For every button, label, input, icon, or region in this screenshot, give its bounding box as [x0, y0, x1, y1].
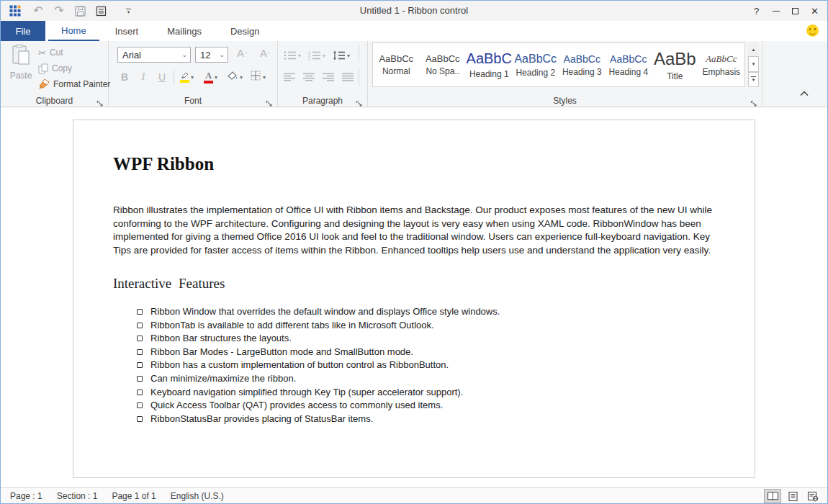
style-heading-2[interactable]: AaBbCc Heading 2 [513, 43, 559, 86]
status-page-of: Page 1 of 1 [112, 491, 156, 501]
group-clipboard: Paste ✂ Cut Copy Format Painter Clipboar… [1, 41, 109, 107]
font-color-button[interactable]: A ▾ [204, 68, 217, 86]
format-painter-label: Format Painter [53, 79, 110, 89]
undo-icon[interactable]: ↶ [31, 4, 45, 18]
justify-button[interactable] [339, 68, 356, 86]
close-button[interactable]: ✕ [805, 1, 824, 21]
gallery-up-icon[interactable]: ▲ [748, 42, 759, 56]
print-preview-icon[interactable] [94, 4, 108, 18]
style-heading-1[interactable]: AaBbC Heading 1 [466, 43, 513, 86]
customize-qat-icon[interactable]: ▾ [126, 9, 131, 14]
web-layout-view-button[interactable] [804, 489, 822, 503]
document-intro-paragraph: Ribbon illustrates the implementation of… [113, 204, 714, 257]
chevron-down-icon: ▾ [240, 74, 243, 81]
chevron-down-icon: ▾ [323, 53, 325, 59]
shading-button[interactable]: ▾ [227, 68, 243, 86]
style-heading-4[interactable]: AaBbCc Heading 4 [606, 43, 652, 86]
styles-dialog-launcher-icon[interactable] [750, 97, 757, 104]
tab-insert[interactable]: Insert [102, 21, 152, 41]
line-spacing-button[interactable]: ▾ [333, 47, 350, 64]
style-heading-3[interactable]: AaBbCc Heading 3 [559, 43, 606, 86]
highlight-color-button[interactable]: ▾ [179, 68, 194, 86]
smiley-feedback-icon[interactable] [806, 24, 819, 37]
bullet-list-icon [284, 50, 297, 60]
font-format-row: B I U ▾ A ▾ [109, 68, 277, 87]
square-bullet-icon [137, 390, 143, 395]
document-section-heading: Interactive Features [113, 276, 225, 292]
help-button[interactable]: ? [747, 1, 766, 21]
paste-label: Paste [6, 71, 35, 81]
maximize-button[interactable] [786, 1, 805, 21]
paste-button[interactable]: Paste [6, 44, 35, 102]
italic-button[interactable]: I [135, 68, 152, 86]
list-item: Ribbon has a custom implementation of bu… [137, 359, 500, 373]
font-size-combobox[interactable]: 12 ⌄ [195, 47, 228, 63]
group-font: Arial ⌄ 12 ⌄ Aˆ Aˇ B I U [109, 41, 278, 107]
styles-group-label: Styles [368, 96, 762, 106]
style-title[interactable]: AaBb Title [652, 43, 698, 86]
collapse-ribbon-icon[interactable] [800, 86, 809, 99]
redo-icon[interactable]: ↷ [52, 4, 66, 18]
list-item: Quick Access Toolbar (QAT) provides acce… [137, 400, 500, 413]
numbered-list-button[interactable]: 123 ▾ [308, 47, 325, 64]
tab-mailings[interactable]: Mailings [154, 21, 215, 41]
font-dialog-launcher-icon[interactable] [266, 97, 273, 104]
style-emphasis[interactable]: AaBbCc Emphasis [698, 43, 745, 86]
read-mode-view-button[interactable] [764, 489, 781, 503]
style-normal[interactable]: AaBbCc Normal [373, 43, 420, 86]
shrink-font-button[interactable]: Aˇ [256, 47, 274, 63]
square-bullet-icon [137, 309, 143, 315]
align-left-icon [284, 73, 295, 81]
list-item: Ribbon Bar Modes - LargeButton mode and … [137, 346, 500, 360]
print-layout-view-button[interactable] [784, 489, 801, 503]
list-item: Ribbon Window that overrides the default… [137, 306, 500, 320]
chevron-down-icon: ▾ [347, 53, 350, 59]
grow-font-button[interactable]: Aˆ [233, 47, 251, 63]
print-layout-icon [788, 491, 798, 502]
borders-icon [250, 70, 261, 84]
align-center-button[interactable] [300, 68, 318, 86]
style-no-spacing[interactable]: AaBbCc No Spa.. [420, 43, 467, 86]
window-controls: ? ✕ [747, 1, 824, 21]
clipboard-dialog-launcher-icon[interactable] [96, 97, 104, 104]
chevron-down-icon: ▾ [263, 74, 266, 81]
list-item: RibbonStatusBar provides placing of Stat… [137, 413, 500, 427]
paragraph-group-label: Paragraph [278, 96, 367, 106]
bullet-list-button[interactable]: ▾ [284, 47, 301, 64]
minimize-button[interactable] [766, 1, 786, 21]
tab-home[interactable]: Home [48, 21, 99, 41]
list-item: RibbonTab is available to add different … [137, 320, 500, 333]
gallery-down-icon[interactable]: ▼ [748, 56, 759, 71]
underline-button[interactable]: U [153, 68, 171, 86]
paragraph-dialog-launcher-icon[interactable] [356, 97, 363, 104]
align-left-button[interactable] [281, 68, 298, 86]
tab-file[interactable]: File [1, 21, 45, 41]
save-icon[interactable] [73, 4, 87, 18]
chevron-down-icon: ▾ [215, 74, 217, 81]
gallery-more-icon[interactable]: ▼ [748, 72, 759, 87]
copy-button[interactable]: Copy [38, 61, 72, 76]
group-paragraph: ▾ 123 ▾ ▾ [278, 41, 368, 107]
borders-button[interactable]: ▾ [250, 68, 266, 86]
font-name-value: Arial [122, 50, 141, 60]
cut-icon: ✂ [38, 48, 46, 58]
square-bullet-icon [137, 323, 143, 328]
font-color-icon: A [204, 71, 213, 84]
shrink-font-icon: A [260, 47, 267, 59]
list-item: Ribbon Bar structures the layouts. [137, 333, 500, 346]
bold-button[interactable]: B [116, 68, 133, 86]
tab-design[interactable]: Design [217, 21, 272, 41]
align-center-icon [303, 73, 315, 81]
highlighter-icon [179, 72, 189, 83]
copy-label: Copy [52, 63, 72, 73]
align-right-button[interactable] [320, 68, 337, 86]
line-spacing-icon [333, 50, 346, 60]
format-painter-button[interactable]: Format Painter [38, 77, 110, 91]
app-logo-icon[interactable] [9, 5, 21, 19]
app-window: ↶ ↷ ▾ Untitled 1 - Ribbon control ? ✕ Fi… [0, 0, 828, 504]
font-group-label: Font [109, 96, 277, 106]
web-layout-icon [807, 491, 819, 502]
cut-button[interactable]: ✂ Cut [38, 45, 63, 60]
font-name-combobox[interactable]: Arial ⌄ [117, 47, 191, 63]
document-page[interactable]: WPF Ribbon Ribbon illustrates the implem… [73, 120, 755, 478]
